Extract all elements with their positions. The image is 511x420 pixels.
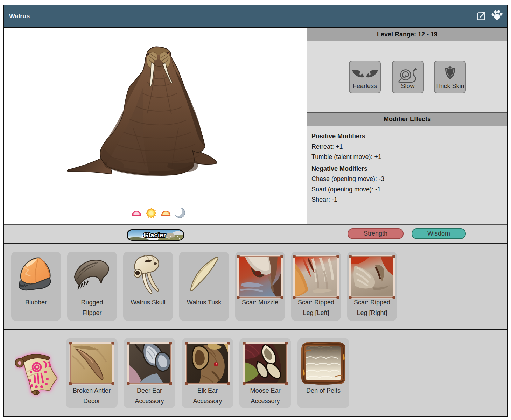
svg-text:Glacier: Glacier [144, 231, 166, 239]
